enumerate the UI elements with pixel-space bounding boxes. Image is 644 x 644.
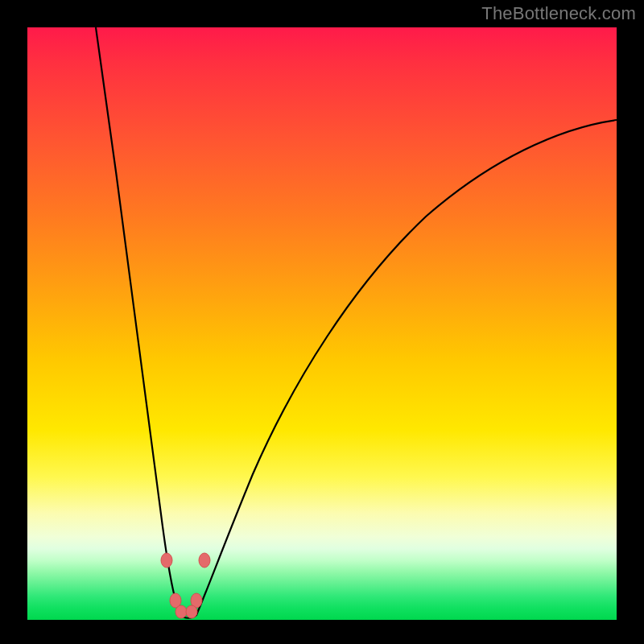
valley-markers — [161, 553, 210, 618]
marker-dot — [170, 593, 181, 608]
marker-dot — [199, 553, 210, 568]
curve-layer — [27, 27, 617, 620]
marker-dot — [161, 553, 172, 568]
plot-area — [27, 27, 617, 620]
watermark-text: TheBottleneck.com — [481, 3, 636, 24]
marker-dot — [186, 605, 197, 618]
marker-dot — [175, 605, 187, 618]
marker-dot — [191, 593, 202, 608]
bottleneck-curve — [96, 27, 617, 618]
chart-frame: TheBottleneck.com — [0, 0, 644, 644]
